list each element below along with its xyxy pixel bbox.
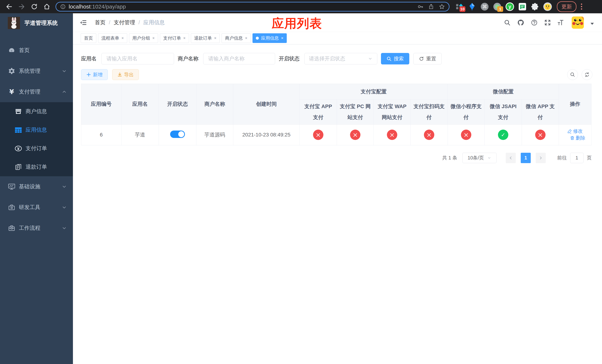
extension-kite-icon[interactable]	[468, 2, 476, 11]
sidebar-item-label: 研发工具	[19, 204, 40, 211]
sidebar-item-refund-order[interactable]: 退款订单	[0, 158, 73, 176]
prev-page-button[interactable]	[506, 153, 516, 163]
breadcrumb-home[interactable]: 首页	[95, 19, 106, 26]
url-text[interactable]: localhost:1024/pay/app	[69, 3, 414, 10]
browser-reload-button[interactable]	[29, 1, 40, 12]
refresh-table-button[interactable]	[582, 69, 592, 80]
sidebar-logo[interactable]: 芋道管理系统	[0, 13, 73, 32]
browser-forward-button[interactable]	[16, 1, 27, 12]
next-page-button[interactable]	[536, 153, 546, 163]
extension-command-icon[interactable]: ⌘	[480, 2, 489, 11]
sidebar-item-pay[interactable]: ¥ 支付管理	[0, 81, 73, 102]
close-icon[interactable]: ×	[245, 36, 247, 41]
sidebar-item-label: 退款订单	[26, 163, 47, 171]
toggle-search-button[interactable]	[567, 69, 578, 80]
toolbox-icon	[7, 225, 16, 232]
col-status: 开启状态	[159, 84, 196, 125]
close-icon[interactable]: ×	[214, 36, 216, 41]
chevron-down-icon	[62, 184, 67, 189]
avatar-caret-icon[interactable]	[591, 23, 594, 25]
cell-alipay-pc	[337, 124, 374, 145]
header-search-icon[interactable]	[504, 19, 511, 26]
sidebar-item-devtools[interactable]: 研发工具	[0, 197, 73, 218]
page-number-current[interactable]: 1	[521, 153, 531, 163]
site-info-icon[interactable]	[60, 4, 66, 10]
search-button[interactable]: 搜索	[381, 53, 409, 64]
page-size-select[interactable]: 10条/页	[462, 153, 496, 163]
profile-emoji-avatar[interactable]	[543, 2, 552, 11]
search-icon	[387, 56, 392, 61]
bookmark-star-icon[interactable]	[439, 4, 445, 10]
sidebar-item-merchant[interactable]: 商户信息	[0, 102, 73, 121]
sidebar-item-workflow[interactable]: 工作流程	[0, 218, 73, 238]
cell-status	[159, 124, 196, 145]
fullscreen-icon[interactable]	[544, 19, 551, 26]
address-bar[interactable]: localhost:1024/pay/app	[55, 2, 450, 11]
extensions-puzzle-icon[interactable]	[531, 2, 539, 11]
page-content: 应用名 商户名称 开启状态 请选择开启状态 搜索 重置	[73, 44, 602, 364]
browser-update-button[interactable]: 更新	[557, 1, 576, 12]
browser-menu-icon[interactable]	[581, 3, 582, 10]
export-button[interactable]: 导出	[112, 69, 139, 80]
browser-home-button[interactable]	[41, 1, 53, 12]
svg-text:⌘: ⌘	[482, 4, 487, 10]
tag-pay-order[interactable]: 支付订单×	[160, 33, 189, 43]
goto-page-input[interactable]	[570, 153, 583, 163]
tag-merchant-info[interactable]: 商户信息×	[222, 33, 251, 43]
github-icon[interactable]	[517, 19, 524, 26]
tags-view: 首页 流程表单× 用户分组× 支付订单× 退款订单× 商户信息× 应用信息×	[73, 32, 602, 44]
tag-user-group[interactable]: 用户分组×	[129, 33, 158, 43]
add-button[interactable]: 新增	[81, 69, 108, 80]
breadcrumb-separator: /	[139, 20, 140, 26]
status-select[interactable]: 请选择开启状态	[304, 53, 377, 64]
merchant-name-input[interactable]	[203, 53, 275, 64]
cross-status-icon	[424, 130, 434, 140]
cross-status-icon	[313, 130, 323, 140]
share-icon[interactable]	[428, 4, 434, 10]
main-area: 首页 / 支付管理 / 应用信息 应用列表	[73, 13, 602, 364]
chevron-right-icon	[538, 156, 543, 160]
sidebar-item-system[interactable]: 系统管理	[0, 61, 73, 81]
search-form: 应用名 商户名称 开启状态 请选择开启状态 搜索 重置	[81, 53, 602, 64]
cell-wx-jsapi	[485, 124, 522, 145]
breadcrumb: 首页 / 支付管理 / 应用信息	[95, 19, 165, 26]
sidebar-item-infra[interactable]: 基础设施	[0, 176, 73, 197]
help-icon[interactable]	[531, 19, 538, 26]
reset-button[interactable]: 重置	[413, 53, 442, 64]
check-status-icon	[498, 130, 508, 140]
cell-alipay-app	[300, 124, 337, 145]
extension-chat-icon[interactable]	[518, 2, 527, 11]
tag-process-form[interactable]: 流程表单×	[98, 33, 127, 43]
user-avatar[interactable]	[572, 16, 584, 29]
breadcrumb-pay[interactable]: 支付管理	[114, 19, 135, 26]
tag-refund-order[interactable]: 退款订单×	[191, 33, 220, 43]
app-name-input[interactable]	[101, 53, 174, 64]
cell-app-id: 6	[81, 124, 121, 145]
logo-rabbit-image	[8, 17, 20, 29]
extension-y-icon[interactable]: y	[505, 2, 514, 11]
sidebar-item-app-info[interactable]: 应用信息	[0, 121, 73, 139]
sidebar-item-label: 首页	[19, 47, 30, 54]
edit-link[interactable]: 修改	[567, 128, 583, 134]
sidebar-item-pay-order[interactable]: 支付订单	[0, 139, 73, 158]
browser-back-button[interactable]	[3, 1, 15, 12]
close-icon[interactable]: ×	[152, 36, 155, 41]
close-icon[interactable]: ×	[121, 36, 124, 41]
extension-pinned-icon[interactable]: 10	[455, 2, 464, 11]
group-wechat-config: 微信配置	[448, 84, 559, 100]
sidebar-item-label: 系统管理	[19, 67, 40, 75]
extension-recorder-icon[interactable]: 1	[493, 2, 502, 11]
tag-home[interactable]: 首页	[81, 33, 96, 43]
tag-app-info-active[interactable]: 应用信息×	[252, 33, 287, 43]
password-key-icon[interactable]	[418, 4, 423, 10]
sidebar-collapse-icon[interactable]	[80, 19, 87, 26]
font-size-icon[interactable]	[558, 19, 565, 26]
total-count: 共 1 条	[442, 155, 457, 161]
status-toggle[interactable]	[170, 130, 185, 138]
close-icon[interactable]: ×	[183, 36, 186, 41]
close-icon[interactable]: ×	[281, 36, 283, 41]
delete-link[interactable]: 删除	[570, 135, 585, 141]
chevron-down-icon	[62, 69, 67, 74]
page-unit-label: 页	[587, 155, 592, 161]
sidebar-item-home[interactable]: 首页	[0, 40, 73, 61]
